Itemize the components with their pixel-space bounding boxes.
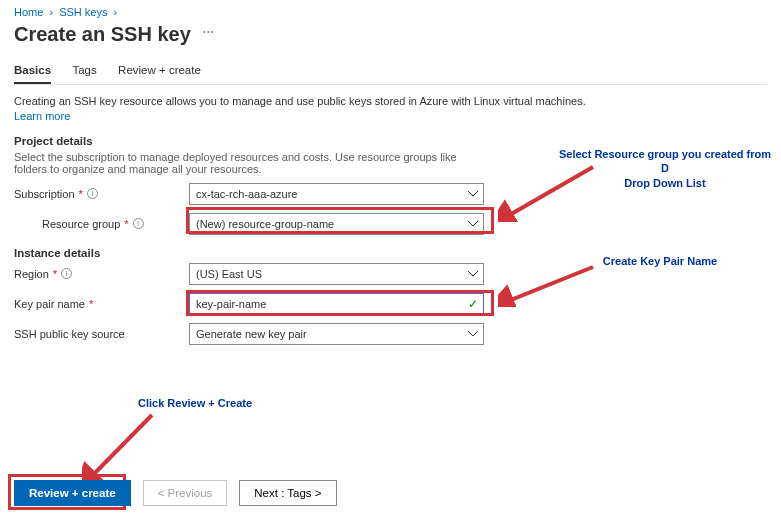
tab-bar: Basics Tags Review + create [14,58,767,85]
keypair-name-label: Key pair name * [14,298,189,310]
region-value: (US) East US [196,268,262,280]
resource-group-value: (New) resource-group-name [196,218,334,230]
required-indicator: * [89,298,93,310]
annotation-resource-group-line2: Drop Down List [555,176,775,190]
info-icon[interactable]: i [133,218,144,229]
page-title: Create an SSH key … [14,22,767,46]
resource-group-label-text: Resource group [42,218,120,230]
chevron-right-icon: › [114,6,118,18]
breadcrumb-home[interactable]: Home [14,6,43,18]
keypair-name-label-text: Key pair name [14,298,85,310]
next-button[interactable]: Next : Tags > [239,480,336,506]
footer-bar: Review + create < Previous Next : Tags > [0,472,781,516]
ellipsis-icon[interactable]: … [202,22,214,36]
resource-group-select[interactable]: (New) resource-group-name [189,213,484,235]
required-indicator: * [79,188,83,200]
tab-review-create[interactable]: Review + create [118,58,201,82]
keypair-name-value: key-pair-name [196,298,266,310]
tab-basics[interactable]: Basics [14,58,51,84]
annotation-resource-group: Select Resource group you created from D… [555,147,775,190]
breadcrumb-sshkeys[interactable]: SSH keys [59,6,107,18]
region-label: Region * i [14,268,189,280]
intro-text: Creating an SSH key resource allows you … [14,95,767,107]
review-create-button[interactable]: Review + create [14,480,131,506]
subscription-label-text: Subscription [14,188,75,200]
check-icon: ✓ [468,297,478,311]
page-title-text: Create an SSH key [14,23,191,45]
annotation-keypair: Create Key Pair Name [570,254,750,268]
project-details-sub: Select the subscription to manage deploy… [14,151,484,175]
keypair-name-input[interactable]: key-pair-name [189,293,484,315]
tab-tags[interactable]: Tags [72,58,96,82]
region-label-text: Region [14,268,49,280]
breadcrumb: Home › SSH keys › [14,6,767,18]
annotation-resource-group-line1: Select Resource group you created from D [555,147,775,176]
chevron-right-icon: › [49,6,53,18]
subscription-select[interactable]: cx-tac-rch-aaa-azure [189,183,484,205]
annotation-review-create: Click Review + Create [138,396,298,410]
svg-line-2 [90,415,152,478]
ssh-source-label-text: SSH public key source [14,328,125,340]
ssh-source-label: SSH public key source [14,328,189,340]
ssh-source-value: Generate new key pair [196,328,307,340]
required-indicator: * [124,218,128,230]
region-select[interactable]: (US) East US [189,263,484,285]
resource-group-label: Resource group * i [14,218,189,230]
info-icon[interactable]: i [87,188,98,199]
subscription-value: cx-tac-rch-aaa-azure [196,188,297,200]
subscription-label: Subscription * i [14,188,189,200]
learn-more-link[interactable]: Learn more [14,110,70,122]
info-icon[interactable]: i [61,268,72,279]
ssh-source-select[interactable]: Generate new key pair [189,323,484,345]
required-indicator: * [53,268,57,280]
project-details-heading: Project details [14,135,767,147]
previous-button[interactable]: < Previous [143,480,228,506]
